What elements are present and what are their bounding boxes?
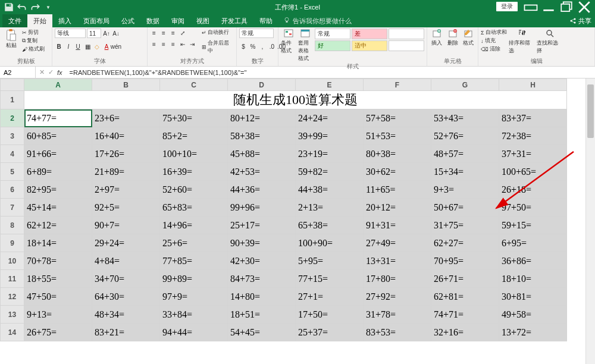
cell[interactable]: 100+10= — [160, 145, 228, 163]
minimize-icon[interactable] — [540, 2, 557, 12]
row-header[interactable]: 11 — [1, 270, 24, 288]
cell[interactable]: 62+12= — [24, 216, 92, 234]
cell[interactable]: 75+30= — [160, 109, 228, 127]
row-header[interactable]: 10 — [1, 252, 24, 270]
cell-styles-gallery[interactable]: 常规 差 好 适中 — [315, 29, 424, 51]
row-header[interactable]: 8 — [1, 216, 24, 234]
cell[interactable]: 32+16= — [431, 324, 499, 341]
worksheet-grid[interactable]: ABCDEFGH1随机生成100道算术题274+77=23+6=75+30=80… — [0, 79, 595, 364]
cell[interactable]: 13+72= — [499, 324, 567, 341]
cell[interactable]: 83+53= — [364, 324, 431, 341]
style-bad[interactable]: 差 — [352, 29, 387, 39]
cell[interactable]: 31+78= — [364, 306, 431, 324]
align-right-icon[interactable]: ≡ — [169, 40, 177, 48]
underline-icon[interactable]: U — [74, 42, 82, 51]
cell[interactable]: 37+31= — [499, 145, 567, 163]
find-select-button[interactable]: 查找和选择 — [537, 29, 563, 55]
clear-button[interactable]: ⌫清除 — [481, 45, 507, 53]
cell[interactable]: 49+58= — [499, 306, 567, 324]
formula-input[interactable]: =RANDBETWEEN(1,100)&"+"&RANDBETWEEN(1,10… — [66, 69, 595, 76]
cell[interactable]: 90+39= — [228, 234, 296, 252]
cell[interactable]: 48+57= — [431, 145, 499, 163]
cell[interactable]: 91+66= — [24, 145, 92, 163]
tell-me[interactable]: 告诉我你想要做什么 — [278, 17, 356, 26]
indent-decrease-icon[interactable]: ⇤ — [178, 40, 187, 48]
cell[interactable]: 90+7= — [92, 216, 160, 234]
cell[interactable]: 97+9= — [160, 288, 228, 306]
cell[interactable]: 29+24= — [92, 234, 160, 252]
bold-icon[interactable]: B — [55, 42, 63, 51]
cell[interactable]: 27+92= — [364, 288, 431, 306]
conditional-format-button[interactable]: 条件格式 — [281, 29, 296, 55]
format-as-table-button[interactable]: 套用 表格格式 — [298, 29, 314, 62]
row-header[interactable]: 2 — [1, 109, 24, 127]
name-box[interactable]: A2 — [0, 67, 36, 78]
tab-layout[interactable]: 页面布局 — [77, 14, 115, 27]
cell[interactable]: 27+1= — [296, 288, 364, 306]
decrease-font-icon[interactable]: A↓ — [112, 29, 120, 37]
indent-increase-icon[interactable]: ⇥ — [188, 40, 196, 48]
cell[interactable]: 21+89= — [92, 163, 160, 181]
cell[interactable]: 64+30= — [92, 288, 160, 306]
cell[interactable]: 62+27= — [431, 234, 499, 252]
cell[interactable]: 52+60= — [160, 181, 228, 199]
comma-icon[interactable]: , — [258, 42, 267, 51]
row-header[interactable]: 5 — [1, 163, 24, 181]
close-icon[interactable] — [576, 2, 593, 12]
cell[interactable]: 2+13= — [296, 199, 364, 216]
cell[interactable]: 42+30= — [228, 252, 296, 270]
tab-insert[interactable]: 插入 — [52, 14, 77, 27]
redo-icon[interactable] — [30, 2, 40, 12]
cell[interactable]: 6+89= — [24, 163, 92, 181]
font-size-select[interactable]: 11 — [87, 29, 101, 38]
delete-cells-button[interactable]: 删除 — [446, 29, 460, 47]
cell[interactable]: 74+77= — [24, 109, 92, 127]
col-header[interactable]: D — [228, 79, 296, 91]
tab-view[interactable]: 视图 — [190, 14, 215, 27]
cell[interactable]: 23+6= — [92, 109, 160, 127]
col-header[interactable]: B — [92, 79, 160, 91]
col-header[interactable]: H — [499, 79, 567, 91]
cell[interactable]: 54+45= — [228, 324, 296, 341]
style-neutral[interactable]: 适中 — [352, 40, 387, 51]
ribbon-options-icon[interactable] — [522, 2, 539, 12]
cell[interactable]: 2+97= — [92, 181, 160, 199]
format-cells-button[interactable]: 格式 — [461, 29, 475, 47]
row-header[interactable]: 4 — [1, 145, 24, 163]
cell[interactable]: 100+90= — [296, 234, 364, 252]
tab-home[interactable]: 开始 — [27, 14, 52, 27]
cell[interactable]: 11+65= — [364, 181, 431, 199]
cell[interactable]: 18+14= — [24, 234, 92, 252]
tab-help[interactable]: 帮助 — [253, 14, 278, 27]
cell[interactable]: 30+62= — [364, 163, 431, 181]
cell[interactable]: 26+18= — [499, 181, 567, 199]
cell[interactable]: 99+96= — [228, 199, 296, 216]
cell[interactable]: 59+15= — [499, 216, 567, 234]
cell[interactable]: 57+58= — [364, 109, 431, 127]
row-header[interactable]: 14 — [1, 324, 24, 341]
tab-review[interactable]: 审阅 — [165, 14, 190, 27]
merge-center-button[interactable]: ⊞合并后居中 — [202, 39, 234, 55]
cell[interactable]: 50+67= — [431, 199, 499, 216]
cell[interactable]: 44+38= — [296, 181, 364, 199]
phonetic-icon[interactable]: wén — [112, 42, 120, 51]
cell[interactable]: 85+2= — [160, 127, 228, 145]
cell[interactable]: 72+38= — [499, 127, 567, 145]
cell[interactable]: 34+70= — [92, 270, 160, 288]
cell[interactable]: 48+34= — [92, 306, 160, 324]
align-center-icon[interactable]: ≡ — [159, 40, 168, 48]
cell[interactable]: 15+34= — [431, 163, 499, 181]
cell[interactable]: 65+83= — [160, 199, 228, 216]
col-header[interactable]: C — [160, 79, 228, 91]
insert-cells-button[interactable]: 插入 — [430, 29, 444, 47]
row-header[interactable]: 6 — [1, 181, 24, 199]
tab-formulas[interactable]: 公式 — [115, 14, 140, 27]
cell[interactable]: 17+80= — [364, 270, 431, 288]
align-bottom-icon[interactable]: ≡ — [169, 29, 177, 37]
cell[interactable]: 100+65= — [499, 163, 567, 181]
cell[interactable]: 20+12= — [364, 199, 431, 216]
cell[interactable]: 77+85= — [160, 252, 228, 270]
cell[interactable]: 25+37= — [296, 324, 364, 341]
cell[interactable]: 16+40= — [92, 127, 160, 145]
style-blank1[interactable] — [389, 29, 424, 39]
